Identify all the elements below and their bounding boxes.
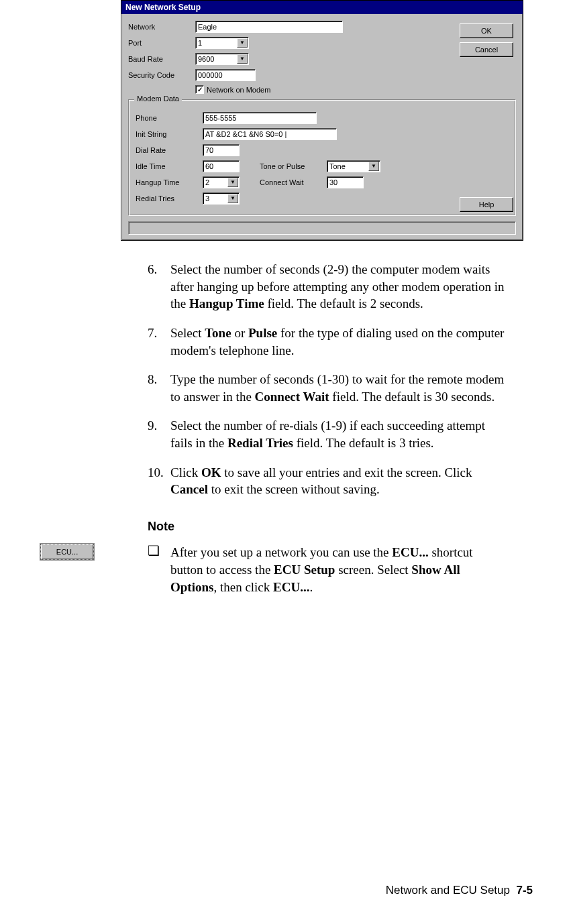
redial-tries-value: 3	[205, 194, 209, 203]
instruction-text: 6. Select the number of seconds (2-9) th…	[148, 261, 506, 595]
note-bullet-icon: ❑	[148, 544, 170, 557]
port-dropdown[interactable]: 1 ▼	[195, 37, 249, 49]
port-value: 1	[198, 38, 202, 48]
hangup-time-value: 2	[205, 178, 209, 187]
baud-label: Baud Rate	[128, 55, 195, 63]
redial-tries-label: Redial Tries	[136, 194, 203, 203]
cancel-button[interactable]: Cancel	[460, 42, 513, 57]
baud-value: 9600	[198, 54, 214, 64]
page-number: 7-5	[516, 884, 533, 897]
hangup-time-dropdown[interactable]: 2 ▼	[203, 176, 240, 188]
port-label: Port	[128, 39, 195, 47]
help-button[interactable]: Help	[460, 197, 513, 212]
step-6: 6. Select the number of seconds (2-9) th…	[148, 261, 506, 312]
network-on-modem-checkbox[interactable]: ✓	[195, 85, 204, 94]
ok-button[interactable]: OK	[460, 23, 513, 38]
new-network-setup-dialog: New Network Setup OK Cancel Network Eagl…	[121, 0, 523, 241]
idle-time-label: Idle Time	[136, 162, 203, 170]
idle-time-input[interactable]: 60	[203, 160, 240, 172]
step-10: 10. Click OK to save all your entries an…	[148, 464, 506, 498]
chevron-down-icon[interactable]: ▼	[227, 178, 238, 187]
redial-tries-dropdown[interactable]: 3 ▼	[203, 192, 240, 205]
phone-input[interactable]: 555-5555	[203, 112, 317, 124]
network-on-modem-label: Network on Modem	[207, 86, 270, 94]
security-input[interactable]: 000000	[195, 69, 256, 81]
init-string-input[interactable]: AT &D2 &C1 &N6 S0=0 |	[203, 128, 337, 140]
network-input[interactable]: Eagle	[195, 21, 343, 33]
modem-data-fieldset: Modem Data Phone 555-5555 Init String AT…	[128, 99, 516, 216]
note-item: ❑ After you set up a network you can use…	[148, 544, 506, 595]
tone-pulse-label: Tone or Pulse	[260, 162, 320, 170]
chevron-down-icon[interactable]: ▼	[227, 194, 238, 203]
dial-rate-input[interactable]: 70	[203, 144, 240, 156]
step-9: 9. Select the number of re-dials (1-9) i…	[148, 417, 506, 451]
init-string-label: Init String	[136, 130, 203, 138]
ecu-shortcut-illustration: ECU...	[40, 544, 95, 560]
dial-rate-label: Dial Rate	[136, 146, 203, 154]
step-number: 7.	[148, 325, 170, 359]
step-7: 7. Select Tone or Pulse for the type of …	[148, 325, 506, 359]
step-number: 6.	[148, 261, 170, 312]
step-number: 8.	[148, 371, 170, 405]
step-number: 9.	[148, 417, 170, 451]
phone-label: Phone	[136, 114, 203, 122]
security-label: Security Code	[128, 71, 195, 79]
baud-dropdown[interactable]: 9600 ▼	[195, 53, 249, 65]
footer-title: Network and ECU Setup	[386, 884, 510, 897]
hangup-time-label: Hangup Time	[136, 178, 203, 186]
page-footer: Network and ECU Setup 7-5	[386, 884, 533, 897]
step-number: 10.	[148, 464, 170, 498]
tone-pulse-value: Tone	[329, 162, 346, 171]
tone-pulse-dropdown[interactable]: Tone ▼	[327, 160, 380, 172]
status-bar	[128, 221, 516, 235]
network-label: Network	[128, 23, 195, 31]
dialog-titlebar: New Network Setup	[121, 1, 523, 14]
chevron-down-icon[interactable]: ▼	[368, 162, 379, 171]
note-heading: Note	[148, 518, 506, 534]
step-8: 8. Type the number of seconds (1-30) to …	[148, 371, 506, 405]
chevron-down-icon[interactable]: ▼	[237, 54, 248, 64]
connect-wait-input[interactable]: 30	[327, 176, 364, 188]
modem-data-legend: Modem Data	[134, 95, 182, 103]
connect-wait-label: Connect Wait	[260, 178, 320, 186]
ecu-button[interactable]: ECU...	[40, 544, 94, 560]
chevron-down-icon[interactable]: ▼	[237, 38, 248, 48]
